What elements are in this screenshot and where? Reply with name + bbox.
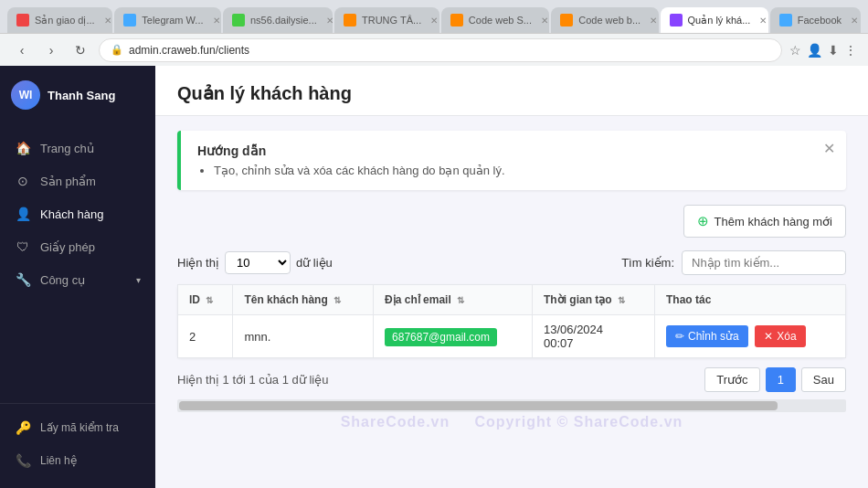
tab-close-3[interactable]: ✕: [326, 16, 333, 26]
tab-1[interactable]: Sản giao dị... ✕: [7, 7, 112, 33]
sidebar-username: Thanh Sang: [48, 89, 115, 102]
product-icon: ⊙: [15, 174, 31, 188]
col-email[interactable]: Địa chỉ email ⇅: [374, 285, 533, 315]
tab-close-5[interactable]: ✕: [541, 16, 548, 26]
edit-button[interactable]: ✏ Chỉnh sửa: [666, 325, 748, 347]
show-label-post: dữ liệu: [296, 256, 333, 270]
tab-close-7[interactable]: ✕: [759, 16, 767, 26]
tab-4[interactable]: TRUNG TÂ... ✕: [334, 7, 439, 33]
next-page-button[interactable]: Sau: [801, 367, 846, 392]
forward-button[interactable]: ›: [40, 39, 62, 61]
avatar: WI: [11, 80, 40, 110]
add-button-row: ⊕ Thêm khách hàng mới: [177, 205, 846, 238]
add-customer-button[interactable]: ⊕ Thêm khách hàng mới: [683, 205, 846, 238]
sort-arrow-name: ⇅: [333, 295, 341, 305]
tab-2[interactable]: Telegram W... ✕: [114, 7, 221, 33]
pagination-row: Hiện thị 1 tới 1 của 1 dữ liệu Trước 1 S…: [177, 367, 846, 392]
tab-label-1: Sản giao dị...: [35, 15, 95, 27]
browser-toolbar: ‹ › ↻ 🔒 admin.craweb.fun/clients ☆ 👤 ⬇ ⋮: [0, 33, 868, 66]
entries-select[interactable]: 10 25 50 100: [225, 251, 291, 274]
tab-close-1[interactable]: ✕: [104, 16, 111, 26]
address-text: admin.craweb.fun/clients: [129, 44, 249, 57]
search-input[interactable]: [682, 250, 846, 275]
sidebar-item-giay-phep[interactable]: 🛡 Giấy phép: [0, 230, 155, 263]
sidebar: WI Thanh Sang 🏠 Trang chủ ⊙ Sản phẩm 👤 K…: [0, 66, 155, 488]
horizontal-scrollbar[interactable]: [177, 399, 846, 412]
tab-favicon-5: [450, 14, 463, 27]
col-email-label: Địa chỉ email: [385, 293, 451, 306]
col-created[interactable]: Thời gian tạo ⇅: [532, 285, 654, 315]
tab-label-7: Quản lý khá...: [688, 15, 751, 27]
col-name[interactable]: Tên khách hàng ⇅: [233, 285, 374, 315]
col-name-label: Tên khách hàng: [244, 293, 327, 306]
add-button-label: Thêm khách hàng mới: [715, 215, 832, 228]
sidebar-item-cong-cu[interactable]: 🔧 Công cụ ▾: [0, 263, 155, 296]
cell-actions: ✏ Chỉnh sửa ✕ Xóa: [655, 315, 846, 358]
tab-label-6: Code web b...: [578, 15, 640, 26]
tab-6[interactable]: Code web b... ✕: [551, 7, 658, 33]
info-box: ✕ Hướng dẫn Tạo, chỉnh sửa và xóa các kh…: [177, 131, 846, 190]
tab-label-5: Code web S...: [469, 15, 532, 26]
cell-name: mnn.: [233, 315, 374, 358]
reload-button[interactable]: ↻: [69, 39, 91, 61]
tool-icon: 🔧: [15, 272, 31, 287]
tab-close-4[interactable]: ✕: [430, 16, 438, 26]
search-box: Tìm kiếm:: [621, 250, 846, 275]
tab-8[interactable]: Facebook ✕: [770, 7, 861, 33]
delete-label: Xóa: [777, 330, 796, 343]
tab-favicon-6: [560, 14, 573, 27]
page-header: Quản lý khách hàng: [155, 66, 868, 116]
table-row: 2 mnn. 687687@gmail.com 13/06/2024 00:07…: [178, 315, 846, 358]
cell-email: 687687@gmail.com: [374, 315, 533, 358]
tab-5[interactable]: Code web S... ✕: [441, 7, 549, 33]
sidebar-bottom: 🔑 Lấy mã kiểm tra 📞 Liên hệ: [0, 403, 155, 488]
search-label: Tìm kiếm:: [621, 256, 674, 270]
address-bar[interactable]: 🔒 admin.craweb.fun/clients: [99, 38, 782, 62]
sidebar-item-lien-he[interactable]: 📞 Liên hệ: [0, 444, 155, 477]
prev-page-button[interactable]: Trước: [704, 367, 759, 392]
tab-favicon-8: [779, 14, 792, 27]
edit-label: Chỉnh sửa: [688, 330, 739, 343]
tab-label-8: Facebook: [798, 15, 842, 26]
show-entries: Hiện thị 10 25 50 100 dữ liệu: [177, 251, 333, 274]
plus-icon: ⊕: [697, 213, 709, 229]
tab-7[interactable]: Quản lý khá... ✕: [661, 7, 768, 33]
delete-icon: ✕: [764, 330, 773, 343]
copyright-text: Copyright © ShareCode.vn: [475, 414, 683, 430]
sort-arrow-id: ⇅: [206, 295, 213, 305]
sidebar-label-lay-ma: Lấy mã kiểm tra: [40, 421, 119, 434]
table-header: ID ⇅ Tên khách hàng ⇅ Địa chỉ email ⇅: [178, 285, 846, 315]
tab-label-4: TRUNG TÂ...: [362, 15, 421, 26]
tab-3[interactable]: ns56.dailysie... ✕: [223, 7, 333, 33]
sidebar-item-trang-chu[interactable]: 🏠 Trang chủ: [0, 132, 155, 164]
scroll-handle[interactable]: [179, 401, 778, 410]
contact-icon: 📞: [15, 453, 31, 468]
profile-icon[interactable]: 👤: [807, 43, 822, 58]
sidebar-item-san-pham[interactable]: ⊙ Sản phẩm: [0, 164, 155, 197]
sidebar-item-khach-hang[interactable]: 👤 Khách hàng: [0, 197, 155, 230]
sidebar-navigation: 🏠 Trang chủ ⊙ Sản phẩm 👤 Khách hàng 🛡 Gi…: [0, 124, 155, 403]
tab-label-3: ns56.dailysie...: [250, 15, 317, 26]
pagination-buttons: Trước 1 Sau: [704, 367, 846, 392]
tab-favicon-1: [16, 14, 29, 27]
sort-arrow-created: ⇅: [618, 295, 625, 305]
page-1-button[interactable]: 1: [766, 367, 796, 392]
col-created-label: Thời gian tạo: [544, 293, 612, 306]
download-icon[interactable]: ⬇: [828, 43, 839, 58]
chevron-down-icon: ▾: [136, 275, 141, 285]
sidebar-item-lay-ma[interactable]: 🔑 Lấy mã kiểm tra: [0, 411, 155, 444]
tab-close-2[interactable]: ✕: [213, 16, 220, 26]
menu-icon[interactable]: ⋮: [844, 43, 857, 58]
tab-close-6[interactable]: ✕: [650, 16, 657, 26]
bookmark-icon[interactable]: ☆: [789, 43, 801, 58]
col-id[interactable]: ID ⇅: [178, 285, 233, 315]
tab-close-8[interactable]: ✕: [851, 16, 858, 26]
sidebar-label-khach-hang: Khách hàng: [40, 207, 103, 221]
info-box-close-button[interactable]: ✕: [823, 140, 835, 157]
table-body: 2 mnn. 687687@gmail.com 13/06/2024 00:07…: [178, 315, 846, 358]
back-button[interactable]: ‹: [11, 39, 33, 61]
delete-button[interactable]: ✕ Xóa: [755, 325, 805, 347]
email-badge: 687687@gmail.com: [385, 328, 497, 346]
browser-action-icons: ☆ 👤 ⬇ ⋮: [789, 43, 857, 58]
col-id-label: ID: [189, 293, 200, 306]
